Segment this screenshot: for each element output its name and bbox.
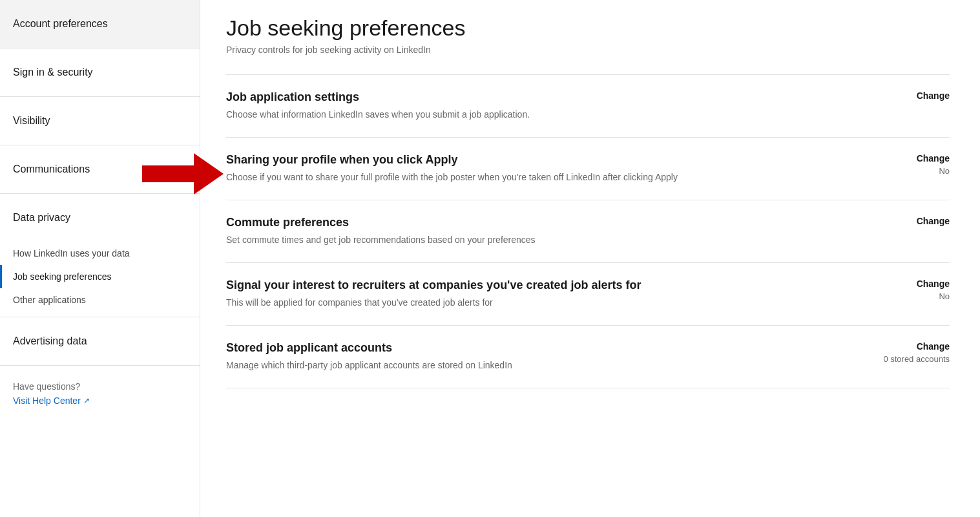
sidebar-section-data-privacy: Data privacy How LinkedIn uses your data… (0, 194, 200, 317)
sidebar-footer-help-link[interactable]: Visit Help Center ↗ (13, 396, 187, 406)
main-content: Job seeking preferences Privacy controls… (200, 0, 975, 517)
sidebar-footer-link-label: Visit Help Center (13, 396, 81, 406)
signal-interest-change[interactable]: Change (898, 279, 950, 289)
sidebar-item-account-preferences[interactable]: Account preferences (0, 0, 200, 48)
stored-job-applicant-change[interactable]: Change (883, 341, 950, 352)
stored-job-applicant-content: Stored job applicant accounts Manage whi… (226, 341, 883, 372)
sidebar-item-data-privacy[interactable]: Data privacy (0, 194, 200, 242)
commute-preferences-section: Commute preferences Set commute times an… (226, 200, 950, 262)
stored-job-applicant-value: 0 stored accounts (883, 354, 950, 364)
sidebar-section-account-preferences: Account preferences (0, 0, 200, 48)
sidebar-item-visibility[interactable]: Visibility (0, 97, 200, 145)
job-application-settings-title: Job application settings (226, 90, 872, 104)
arrow-head (194, 153, 224, 195)
stored-job-applicant-title: Stored job applicant accounts (226, 341, 857, 355)
sidebar-item-advertising-data[interactable]: Advertising data (0, 317, 200, 365)
sidebar-footer-question: Have questions? (13, 381, 187, 392)
red-arrow-indicator (142, 153, 224, 195)
commute-preferences-action: Change (898, 216, 950, 227)
commute-preferences-change[interactable]: Change (898, 216, 950, 226)
sharing-profile-title: Sharing your profile when you click Appl… (226, 153, 872, 167)
sidebar: Account preferences Sign in & security V… (0, 0, 200, 517)
signal-interest-title: Signal your interest to recruiters at co… (226, 279, 872, 292)
job-application-settings-desc: Choose what information LinkedIn saves w… (226, 108, 678, 121)
signal-interest-content: Signal your interest to recruiters at co… (226, 279, 898, 310)
sidebar-section-advertising-data: Advertising data (0, 317, 200, 366)
sidebar-section-visibility: Visibility (0, 97, 200, 145)
sharing-profile-change[interactable]: Change (898, 153, 950, 164)
sidebar-section-sign-in-security: Sign in & security (0, 48, 200, 97)
commute-preferences-content: Commute preferences Set commute times an… (226, 216, 898, 247)
sharing-profile-desc: Choose if you want to share your full pr… (226, 171, 678, 184)
signal-interest-value: No (939, 291, 950, 301)
data-privacy-sub-items: How LinkedIn uses your data Job seeking … (0, 242, 200, 317)
sharing-profile-content: Sharing your profile when you click Appl… (226, 153, 898, 184)
sidebar-footer: Have questions? Visit Help Center ↗ (0, 366, 200, 421)
sidebar-item-other-applications[interactable]: Other applications (0, 288, 200, 311)
job-application-settings-action: Change (898, 90, 950, 102)
external-link-icon: ↗ (83, 396, 90, 405)
job-application-settings-change[interactable]: Change (898, 90, 950, 101)
commute-preferences-title: Commute preferences (226, 216, 872, 229)
sidebar-item-sign-in-security[interactable]: Sign in & security (0, 48, 200, 96)
signal-interest-action: Change No (898, 279, 950, 302)
sharing-profile-value: No (939, 166, 950, 176)
page-subtitle: Privacy controls for job seeking activit… (226, 45, 950, 55)
sidebar-item-how-linkedin-uses-data[interactable]: How LinkedIn uses your data (0, 242, 200, 265)
job-application-settings-content: Job application settings Choose what inf… (226, 90, 898, 121)
page-title: Job seeking preferences (226, 16, 950, 41)
signal-interest-desc: This will be applied for companies that … (226, 296, 678, 310)
job-application-settings-section: Job application settings Choose what inf… (226, 74, 950, 137)
commute-preferences-desc: Set commute times and get job recommenda… (226, 233, 678, 247)
stored-job-applicant-desc: Manage which third-party job applicant a… (226, 359, 678, 372)
sidebar-item-job-seeking-preferences[interactable]: Job seeking preferences (0, 265, 200, 288)
stored-job-applicant-action: Change 0 stored accounts (883, 341, 950, 364)
red-arrow (142, 153, 224, 195)
sharing-profile-section: Sharing your profile when you click Appl… (226, 137, 950, 200)
stored-job-applicant-section: Stored job applicant accounts Manage whi… (226, 325, 950, 388)
sharing-profile-action: Change No (898, 153, 950, 176)
arrow-body (142, 165, 194, 182)
signal-interest-section: Signal your interest to recruiters at co… (226, 262, 950, 325)
